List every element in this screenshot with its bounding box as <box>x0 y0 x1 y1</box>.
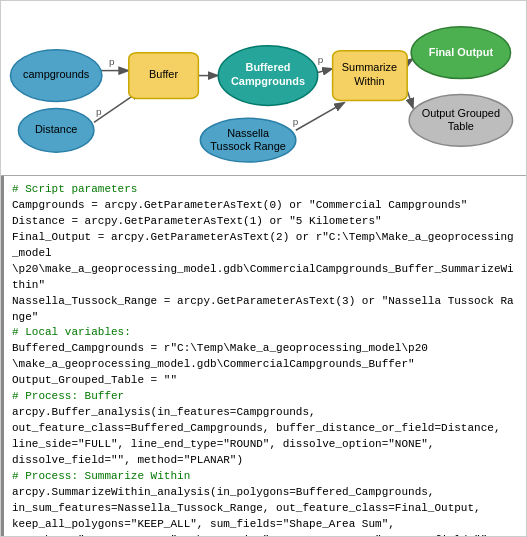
output-grouped-label: Output Grouped <box>422 107 500 119</box>
diagram-area: p p p p campgrounds Distance <box>1 1 526 176</box>
buffered-campgrounds-label: Buffered <box>246 62 291 74</box>
main-container: p p p p campgrounds Distance <box>0 0 527 537</box>
code-area[interactable]: # Script parametersCampgrounds = arcpy.G… <box>1 176 526 536</box>
nassella-label2: Tussock Range <box>210 140 285 152</box>
output-grouped-label2: Table <box>448 120 474 132</box>
code-line: sum_shape="ADD_SHAPE_SUM", shape_unit="S… <box>12 533 518 536</box>
campgrounds-label: campgrounds <box>23 68 90 80</box>
code-line: out_feature_class=Buffered_Campgrounds, … <box>12 421 518 437</box>
code-line: # Process: Buffer <box>12 389 518 405</box>
svg-line-11 <box>407 90 413 108</box>
svg-text:p: p <box>109 56 115 67</box>
model-diagram: p p p p campgrounds Distance <box>1 1 526 175</box>
buffer-label: Buffer <box>149 68 178 80</box>
code-line: line_side="FULL", line_end_type="ROUND",… <box>12 437 518 453</box>
nassella-label: Nassella <box>227 127 270 139</box>
code-line: # Local variables: <box>12 325 518 341</box>
code-line: Output_Grouped_Table = "" <box>12 373 518 389</box>
code-line: Campgrounds = arcpy.GetParameterAsText(0… <box>12 198 518 214</box>
code-line: \p20\make_a_geoprocessing_model.gdb\Comm… <box>12 262 518 294</box>
code-line: in_sum_features=Nassella_Tussock_Range, … <box>12 501 518 517</box>
final-output-label: Final Output <box>429 46 494 58</box>
code-line: Buffered_Campgrounds = r"C:\Temp\Make_a_… <box>12 341 518 357</box>
distance-label: Distance <box>35 123 78 135</box>
code-line: Nassella_Tussock_Range = arcpy.GetParame… <box>12 294 518 326</box>
svg-line-6 <box>318 69 333 73</box>
code-line: Final_Output = arcpy.GetParameterAsText(… <box>12 230 518 262</box>
svg-line-8 <box>296 102 345 130</box>
code-line: Distance = arcpy.GetParameterAsText(1) o… <box>12 214 518 230</box>
code-line: arcpy.Buffer_analysis(in_features=Campgr… <box>12 405 518 421</box>
code-line: arcpy.SummarizeWithin_analysis(in_polygo… <box>12 485 518 501</box>
buffered-campgrounds-label2: Campgrounds <box>231 75 305 87</box>
svg-text:p: p <box>318 54 324 65</box>
code-line: dissolve_field="", method="PLANAR") <box>12 453 518 469</box>
svg-text:p: p <box>96 106 102 117</box>
code-line: # Process: Summarize Within <box>12 469 518 485</box>
summarize-within-label2: Within <box>354 75 384 87</box>
code-line: \make_a_geoprocessing_model.gdb\Commerci… <box>12 357 518 373</box>
code-line: # Script parameters <box>12 182 518 198</box>
svg-text:p: p <box>293 116 299 127</box>
summarize-within-label: Summarize <box>342 62 397 74</box>
code-line: keep_all_polygons="KEEP_ALL", sum_fields… <box>12 517 518 533</box>
